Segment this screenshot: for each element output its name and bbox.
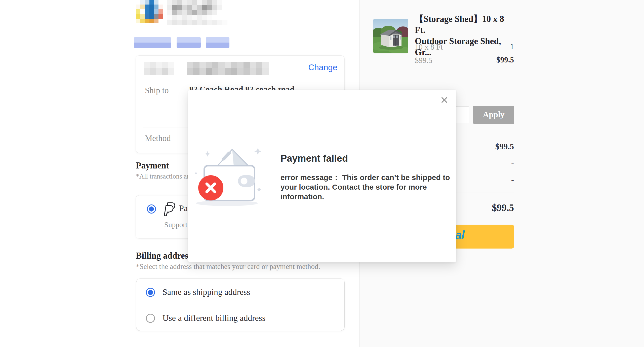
billing-different-radio[interactable] — [146, 314, 155, 323]
blur-pixel — [172, 10, 177, 15]
blur-pixel — [182, 15, 187, 20]
blur-pixel — [182, 5, 187, 10]
blur-pixel — [212, 20, 217, 25]
blur-pixel — [192, 15, 197, 20]
blur-pixel — [177, 5, 182, 10]
blur-pixel — [206, 62, 212, 68]
order-total: $99.5 — [492, 202, 514, 213]
blur-pixel — [187, 20, 192, 25]
blur-pixel — [192, 10, 197, 15]
blur-pixel — [144, 62, 150, 68]
blur-pixel — [197, 5, 202, 10]
blur-pixel — [187, 68, 193, 75]
blur-pixel — [145, 0, 149, 5]
modal-error-message: error message： This order can’t be shipp… — [280, 173, 452, 201]
blur-pixel — [172, 20, 177, 25]
blur-pixel — [197, 0, 202, 5]
blur-pixel — [207, 5, 212, 10]
blur-pixel — [136, 0, 140, 5]
blur-pixel — [150, 62, 156, 68]
blur-pixel — [136, 19, 140, 23]
blur-pixel — [192, 20, 197, 25]
blur-pixel — [177, 0, 182, 5]
contact-value-blurred — [187, 62, 269, 75]
blur-pixel — [187, 10, 192, 15]
blur-pixel — [140, 14, 145, 18]
product-title-line1: 【Storage Shed】10 x 8 Ft. — [415, 14, 515, 36]
billing-same-radio[interactable] — [146, 288, 155, 297]
blur-pixel — [262, 62, 269, 68]
blur-pixel — [218, 68, 225, 75]
blur-pixel — [136, 9, 140, 14]
blur-pixel — [217, 0, 222, 5]
blur-pixel — [167, 5, 172, 10]
summary-amount-row: - — [511, 175, 514, 185]
blur-pixel — [158, 19, 163, 23]
change-contact-link[interactable]: Change — [308, 63, 337, 72]
blur-pixel — [197, 15, 202, 20]
blur-pixel — [154, 19, 158, 23]
breadcrumb-link-blurred-2[interactable] — [177, 37, 201, 48]
blur-pixel — [202, 10, 207, 15]
breadcrumb-link-blurred-1[interactable] — [134, 37, 171, 48]
paypal-option-label: Pa — [179, 203, 188, 213]
blur-pixel — [182, 10, 187, 15]
billing-option-different[interactable]: Use a different billing address — [136, 305, 344, 331]
blur-pixel — [192, 5, 197, 10]
store-name-blurred — [167, 0, 227, 25]
blur-pixel — [149, 9, 154, 14]
paypal-support-note: Support — [164, 221, 187, 229]
blur-pixel — [140, 9, 145, 14]
blur-pixel — [262, 68, 269, 75]
breadcrumb-link-blurred-3[interactable] — [206, 37, 229, 48]
blur-pixel — [168, 68, 174, 75]
billing-heading: Billing address — [136, 251, 192, 261]
product-qty: 1 — [510, 42, 514, 51]
blur-pixel — [225, 62, 231, 68]
blur-pixel — [145, 14, 149, 18]
blur-pixel — [156, 68, 162, 75]
blur-pixel — [207, 0, 212, 5]
blur-pixel — [217, 5, 222, 10]
close-icon[interactable] — [440, 96, 448, 104]
blur-pixel — [187, 62, 193, 68]
blur-pixel — [244, 62, 250, 68]
blur-pixel — [222, 5, 227, 10]
blur-pixel — [202, 5, 207, 10]
blur-pixel — [136, 14, 140, 18]
blur-pixel — [192, 0, 197, 5]
billing-option-same[interactable]: Same as shipping address — [136, 279, 344, 305]
payment-note: *All transactions ar — [136, 172, 189, 180]
blur-pixel — [177, 20, 182, 25]
blur-pixel — [207, 10, 212, 15]
blur-pixel — [212, 62, 218, 68]
blur-pixel — [187, 15, 192, 20]
blur-pixel — [222, 20, 227, 25]
blur-pixel — [149, 0, 154, 5]
blur-pixel — [244, 68, 250, 75]
blur-pixel — [231, 62, 237, 68]
blur-pixel — [168, 62, 174, 68]
blur-pixel — [217, 15, 222, 20]
blur-pixel — [150, 68, 156, 75]
card-divider — [143, 79, 337, 79]
blur-pixel — [162, 62, 168, 68]
paypal-radio[interactable] — [147, 204, 156, 214]
blur-pixel — [212, 5, 217, 10]
blur-pixel — [222, 0, 227, 5]
product-variant: 10 x 8 Ft — [415, 43, 443, 52]
blur-pixel — [202, 0, 207, 5]
blur-pixel — [256, 68, 262, 75]
blur-pixel — [172, 0, 177, 5]
blur-pixel — [212, 0, 217, 5]
blur-pixel — [145, 9, 149, 14]
blur-pixel — [167, 20, 172, 25]
apply-coupon-button[interactable]: Apply — [473, 106, 514, 124]
blur-pixel — [167, 15, 172, 20]
blur-pixel — [197, 10, 202, 15]
blur-pixel — [212, 15, 217, 20]
store-logo-blurred[interactable] — [136, 0, 168, 23]
blur-pixel — [182, 0, 187, 5]
checkout-page: Change Ship to 82 Coach Road 82 coach ro… — [0, 0, 644, 347]
blur-pixel — [182, 20, 187, 25]
